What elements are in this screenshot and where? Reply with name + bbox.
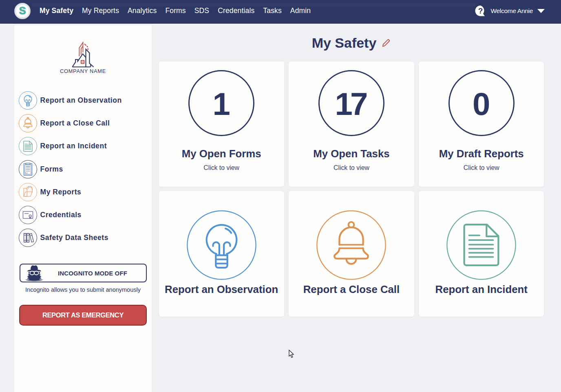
- svg-text:?: ?: [478, 7, 483, 15]
